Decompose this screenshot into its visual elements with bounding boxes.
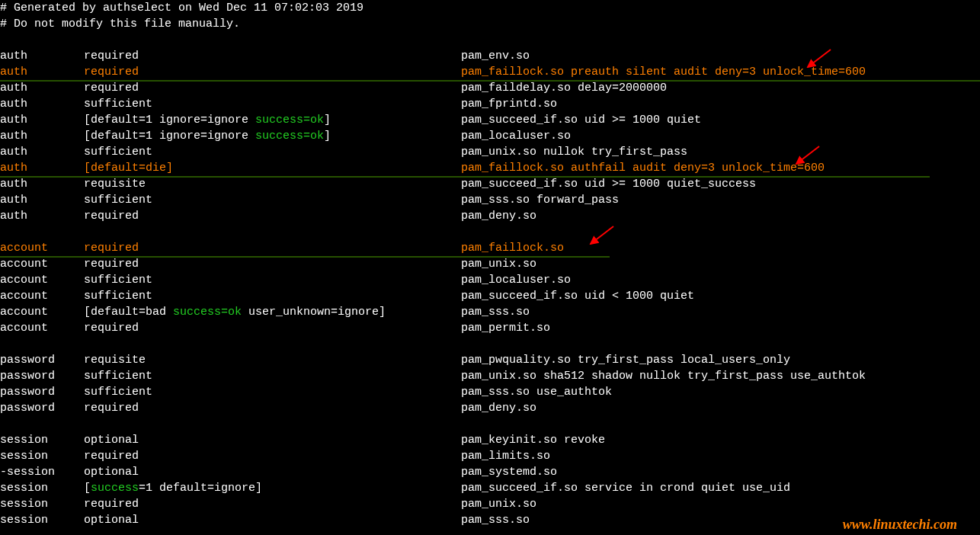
module-col: pam_deny.so [461,400,536,416]
module-col: pam_unix.so [461,256,536,272]
control-col: optional [84,512,461,528]
module-col: pam_faillock.so authfail audit deny=3 un… [461,160,825,176]
pam-line: session required pam_unix.so [0,496,980,512]
control-col: required [84,400,461,416]
module-col: pam_succeed_if.so service in crond quiet… [461,480,790,496]
blank-line [0,224,980,240]
module-col: pam_unix.so [461,496,536,512]
pam-line: password required pam_deny.so [0,400,980,416]
type-col: password [0,368,84,384]
control-col: [default=bad success=ok user_unknown=ign… [84,304,461,320]
control-col: requisite [84,176,461,192]
module-col: pam_pwquality.so try_first_pass local_us… [461,352,790,368]
control-col: sufficient [84,192,461,208]
type-col: account [0,304,84,320]
type-col: account [0,272,84,288]
module-col: pam_sss.so [461,512,530,528]
pam-line: account sufficient pam_succeed_if.so uid… [0,288,980,304]
pam-line: auth sufficient pam_sss.so forward_pass [0,192,980,208]
pam-line: password requisite pam_pwquality.so try_… [0,352,980,368]
module-col: pam_systemd.so [461,464,557,480]
watermark-text: www.linuxtechi.com [843,517,957,533]
module-col: pam_succeed_if.so uid >= 1000 quiet_succ… [461,176,756,192]
terminal-output: # Generated by authselect on Wed Dec 11 … [0,0,980,528]
type-col: account [0,288,84,304]
comment-line: # Do not modify this file manually. [0,16,980,32]
type-col: session [0,480,84,496]
type-col: auth [0,176,84,192]
module-col: pam_localuser.so [461,128,571,144]
pam-line: auth requisite pam_succeed_if.so uid >= … [0,176,980,192]
control-col: sufficient [84,272,461,288]
control-col: sufficient [84,144,461,160]
type-col: auth [0,192,84,208]
control-col: requisite [84,352,461,368]
underline-icon [0,256,610,258]
module-col: pam_unix.so sha512 shadow nullok try_fir… [461,368,866,384]
module-col: pam_succeed_if.so uid < 1000 quiet [461,288,694,304]
control-col: sufficient [84,288,461,304]
module-col: pam_limits.so [461,448,550,464]
type-col: auth [0,160,84,176]
pam-line: password sufficient pam_unix.so sha512 s… [0,368,980,384]
control-col: sufficient [84,368,461,384]
comment-text: # Generated by authselect on Wed Dec 11 … [0,0,363,16]
control-col: required [84,48,461,64]
pam-line: password sufficient pam_sss.so use_autht… [0,384,980,400]
pam-line: auth required pam_env.so [0,48,980,64]
type-col: password [0,400,84,416]
module-col: pam_fprintd.so [461,96,557,112]
control-col: optional [84,464,461,480]
module-col: pam_faildelay.so delay=2000000 [461,80,667,96]
pam-line: auth [default=1 ignore=ignore success=ok… [0,112,980,128]
type-col: -session [0,464,84,480]
control-col: sufficient [84,384,461,400]
control-col: [default=1 ignore=ignore success=ok] [84,112,461,128]
type-col: password [0,384,84,400]
control-col: required [84,496,461,512]
underline-icon [0,176,930,178]
pam-line: -session optional pam_systemd.so [0,464,980,480]
module-col: pam_sss.so [461,304,530,320]
type-col: auth [0,80,84,96]
control-col: [success=1 default=ignore] [84,480,461,496]
type-col: account [0,240,84,256]
control-col: [default=1 ignore=ignore success=ok] [84,128,461,144]
type-col: auth [0,128,84,144]
pam-line: auth sufficient pam_unix.so nullok try_f… [0,144,980,160]
module-col: pam_succeed_if.so uid >= 1000 quiet [461,112,701,128]
pam-line: account [default=bad success=ok user_unk… [0,304,980,320]
type-col: auth [0,208,84,224]
module-col: pam_keyinit.so revoke [461,432,605,448]
module-col: pam_sss.so use_authtok [461,384,612,400]
type-col: auth [0,112,84,128]
type-col: account [0,320,84,336]
pam-line: account sufficient pam_localuser.so [0,272,980,288]
type-col: session [0,432,84,448]
underline-icon [0,80,980,82]
type-col: auth [0,48,84,64]
type-col: auth [0,64,84,80]
control-col: required [84,256,461,272]
module-col: pam_localuser.so [461,272,571,288]
pam-line-highlight: auth [default=die] pam_faillock.so authf… [0,160,980,176]
type-col: account [0,256,84,272]
pam-line: account required pam_permit.so [0,320,980,336]
control-col: optional [84,432,461,448]
pam-line: session optional pam_keyinit.so revoke [0,432,980,448]
blank-line [0,336,980,352]
module-col: pam_permit.so [461,320,550,336]
control-col: required [84,320,461,336]
pam-line: auth required pam_deny.so [0,208,980,224]
module-col: pam_env.so [461,48,530,64]
control-col: [default=die] [84,160,461,176]
module-col: pam_deny.so [461,208,536,224]
type-col: password [0,352,84,368]
pam-line: account required pam_unix.so [0,256,980,272]
pam-line: session [success=1 default=ignore] pam_s… [0,480,980,496]
control-col: required [84,208,461,224]
pam-line: auth required pam_faildelay.so delay=200… [0,80,980,96]
blank-line [0,32,980,48]
type-col: session [0,496,84,512]
pam-line: auth [default=1 ignore=ignore success=ok… [0,128,980,144]
